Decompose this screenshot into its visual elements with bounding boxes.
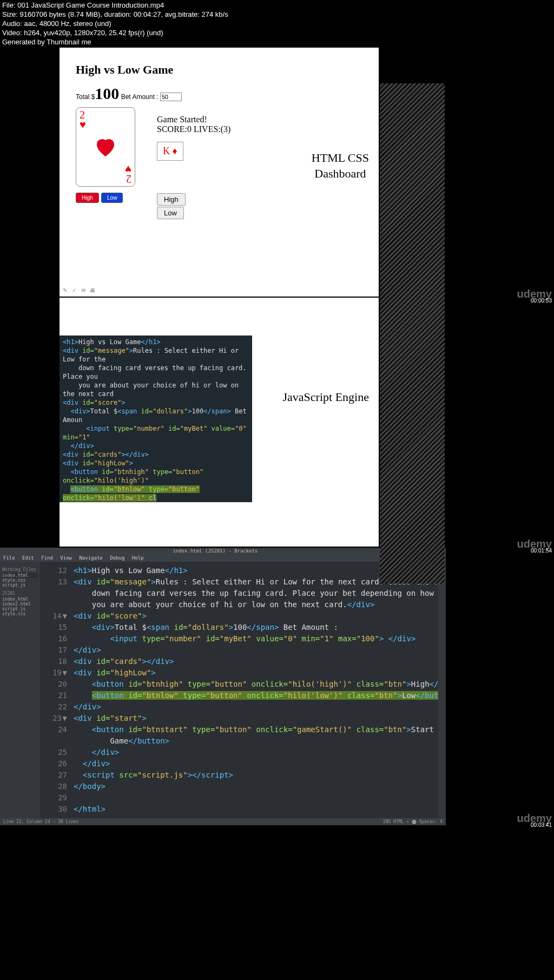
window-titlebar: index.html (JS201) - Brackets — ▢ ✕ — [0, 548, 446, 554]
menu-help[interactable]: Help — [132, 555, 144, 561]
menu-find[interactable]: Find — [41, 555, 53, 561]
total-label: Total $ — [76, 93, 95, 101]
high-low-buttons: High Low — [76, 192, 135, 203]
plain-buttons: High Low — [157, 193, 230, 219]
high-button[interactable]: High — [76, 193, 99, 203]
sidebar-file[interactable]: style.css — [2, 611, 38, 616]
bet-line: Total $100 Bet Amount : — [76, 84, 362, 103]
plain-low-button[interactable]: Low — [157, 207, 184, 219]
decorative-stripe — [380, 83, 445, 584]
menu-view[interactable]: View — [60, 555, 72, 561]
working-files-header: Working Files — [2, 567, 38, 572]
plain-high-button[interactable]: High — [157, 193, 186, 206]
bet-label: Bet Amount : — [119, 93, 160, 101]
window-title: index.html (JS201) - Brackets — [173, 548, 258, 554]
bet-input[interactable] — [160, 93, 182, 101]
code-preview: <h1>High vs Low Game</h1> <div id="messa… — [60, 336, 252, 502]
menu-debug[interactable]: Debug — [110, 555, 124, 561]
meta-video: Video: h264, yuv420p, 1280x720, 25.42 fp… — [2, 29, 552, 38]
meta-audio: Audio: aac, 48000 Hz, stereo (und) — [2, 19, 552, 29]
game-title: High vs Low Game — [76, 63, 362, 77]
slide-dashboard: High vs Low Game Total $100 Bet Amount :… — [60, 48, 379, 297]
slide-label-engine: JavaScript Engine — [283, 390, 369, 405]
playing-card: 2♥ 2♥ — [76, 107, 135, 187]
meta-file: File: 001 JavaScript Game Course Introdu… — [2, 1, 552, 10]
sidebar-file[interactable]: index.html — [2, 573, 38, 578]
file-metadata: File: 001 JavaScript Game Course Introdu… — [0, 0, 554, 48]
project-header: JS201 — [2, 591, 38, 596]
code-pane[interactable]: <h1>High vs Low Game</h1> <div id="messa… — [71, 562, 438, 818]
timestamp-2: 00:01:54 — [531, 548, 552, 554]
status-mode: INS HTML ▾ ⬤ Spaces: 4 — [383, 819, 443, 824]
score-lives-label: SCORE:0 LIVES:(3) — [157, 124, 230, 134]
editor-statusbar: Line 21, Column 24 — 30 Lines INS HTML ▾… — [0, 818, 446, 825]
sidebar-file[interactable]: index2.html — [2, 602, 38, 607]
menu-bar[interactable]: File Edit Find View Navigate Debug Help — [0, 554, 446, 562]
game-started-label: Game Started! — [157, 115, 230, 124]
slide-toolbar-icons: ✎ ✓ ✉ 🖶 — [63, 287, 97, 293]
sidebar-file[interactable]: index.html — [2, 597, 38, 602]
timestamp-3: 00:03:41 — [531, 822, 552, 828]
slide-label-dashboard: HTML CSS Dashboard — [312, 150, 369, 181]
editor-right-gutter — [438, 562, 446, 818]
menu-navigate[interactable]: Navigate — [79, 555, 102, 561]
opponent-card: K ♦ — [157, 142, 183, 161]
line-gutter: 121314▼1516171819▼20212223▼2425262728293… — [40, 562, 71, 818]
total-value: 100 — [95, 84, 119, 102]
menu-file[interactable]: File — [3, 555, 15, 561]
slide-engine: <h1>High vs Low Game</h1> <div id="messa… — [60, 298, 379, 547]
low-button[interactable]: Low — [101, 193, 123, 203]
status-cursor: Line 21, Column 24 — 30 Lines — [3, 819, 79, 824]
timestamp-1: 00:00:53 — [531, 298, 552, 304]
card-rank-top: 2♥ — [80, 110, 86, 129]
editor-sidebar[interactable]: Working Files index.html style.css scrip… — [0, 562, 40, 818]
heart-icon — [93, 134, 118, 160]
sidebar-file[interactable]: style.css — [2, 578, 38, 583]
meta-generated: Generated by Thumbnail me — [2, 38, 552, 47]
card-rank-bottom: 2♥ — [125, 165, 131, 184]
meta-size: Size: 9160706 bytes (8.74 MiB), duration… — [2, 10, 552, 19]
sidebar-file[interactable]: script.js — [2, 583, 38, 588]
game-status: Game Started! SCORE:0 LIVES:(3) — [157, 115, 230, 134]
menu-edit[interactable]: Edit — [22, 555, 34, 561]
brackets-editor: index.html (JS201) - Brackets — ▢ ✕ File… — [0, 548, 446, 825]
sidebar-file[interactable]: script.js — [2, 607, 38, 611]
